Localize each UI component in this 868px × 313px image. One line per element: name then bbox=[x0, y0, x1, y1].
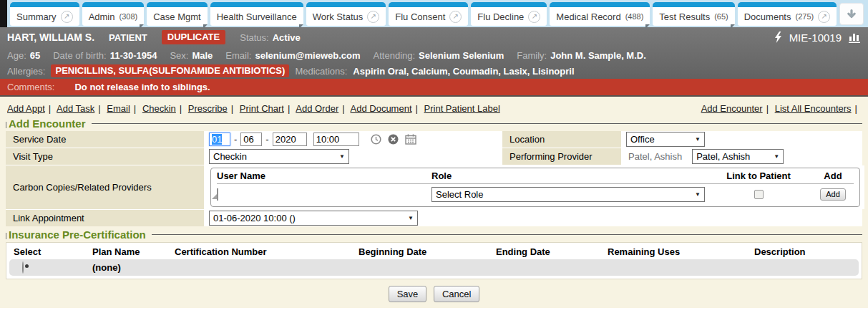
section-title: Insurance Pre-Certification bbox=[9, 228, 146, 241]
tab-label: Case Mgmt bbox=[153, 11, 200, 22]
link-print-chart[interactable]: Print Chart bbox=[240, 103, 284, 114]
medications-value[interactable]: Aspirin Oral, Calcium, Coumadin, Lasix, … bbox=[353, 66, 574, 77]
link-prescribe[interactable]: Prescribe bbox=[188, 103, 228, 114]
col-ending-date: Ending Date bbox=[496, 246, 608, 257]
external-link-icon[interactable]: ↗ bbox=[818, 11, 830, 23]
tab-label: Flu Decline bbox=[477, 11, 524, 22]
link-to-patient-checkbox[interactable] bbox=[754, 190, 764, 199]
tab-health-surveillance[interactable]: Health Surveillance bbox=[210, 2, 303, 26]
link-add-appt[interactable]: Add Appt bbox=[7, 103, 45, 114]
age-value: 65 bbox=[30, 50, 40, 61]
performing-provider-select[interactable]: Patel, Ashish▼ bbox=[692, 149, 784, 164]
location-label: Location bbox=[502, 131, 621, 148]
link-to-patient-header: Link to Patient bbox=[705, 170, 812, 181]
role-header: Role bbox=[431, 170, 705, 181]
tab-label: Test Results bbox=[659, 11, 710, 22]
user-name-input[interactable] bbox=[217, 188, 218, 201]
calendar-icon[interactable] bbox=[405, 134, 416, 145]
collapse-tabs-button[interactable] bbox=[839, 3, 864, 25]
tab-flu-consent[interactable]: Flu Consent ↗ bbox=[389, 2, 468, 26]
precert-none-radio[interactable] bbox=[22, 261, 24, 274]
email-label: Email: bbox=[225, 50, 251, 61]
col-plan-name: Plan Name bbox=[92, 246, 175, 257]
dob-value: 11-30-1954 bbox=[110, 50, 157, 61]
dropdown-arrow-icon: ▼ bbox=[695, 191, 701, 198]
service-date-year-input[interactable]: 2020 bbox=[273, 133, 307, 146]
role-select[interactable]: Select Role▼ bbox=[431, 187, 705, 202]
tab-label: Work Status bbox=[313, 11, 364, 22]
service-date-month-input[interactable]: 01 bbox=[209, 133, 230, 146]
tab-count: (308) bbox=[119, 12, 137, 21]
col-remaining-uses: Remaining Uses bbox=[608, 246, 754, 257]
save-button[interactable]: Save bbox=[389, 286, 427, 302]
allergies-label: Allergies: bbox=[7, 66, 45, 77]
tab-documents[interactable]: Documents (275) ↗ bbox=[738, 2, 837, 26]
service-date-day-input[interactable]: 06 bbox=[240, 133, 262, 146]
tab-count: (275) bbox=[795, 12, 814, 21]
external-link-icon[interactable]: ↗ bbox=[528, 11, 540, 23]
dob-label: Date of birth: bbox=[53, 50, 106, 61]
dropdown-arrow-icon: ▼ bbox=[695, 136, 701, 143]
performing-provider-text: Patel, Ashish bbox=[628, 151, 682, 162]
col-beginning-date: Beginning Date bbox=[359, 246, 496, 257]
dropdown-arrow-icon: ▼ bbox=[339, 153, 345, 160]
location-select[interactable]: Office▼ bbox=[626, 132, 705, 147]
tab-flu-decline[interactable]: Flu Decline ↗ bbox=[471, 2, 547, 26]
date-separator: - bbox=[234, 134, 237, 145]
date-separator: - bbox=[265, 134, 268, 145]
user-name-header: User Name bbox=[217, 170, 431, 181]
link-add-order[interactable]: Add Order bbox=[296, 103, 338, 114]
lightning-icon[interactable] bbox=[774, 32, 782, 43]
section-title: Add Encounter bbox=[9, 117, 86, 130]
plan-name-value: (none) bbox=[92, 262, 175, 273]
carbon-copies-box: User Name Role Link to Patient Add Selec… bbox=[210, 168, 860, 207]
external-link-icon[interactable]: ↗ bbox=[61, 11, 73, 23]
visit-type-select[interactable]: Checkin▼ bbox=[209, 149, 349, 164]
tab-count: (488) bbox=[625, 12, 644, 21]
link-add-document[interactable]: Add Document bbox=[351, 103, 412, 114]
external-link-icon[interactable]: ↗ bbox=[367, 11, 379, 23]
tab-admin[interactable]: Admin (308) bbox=[82, 2, 145, 26]
external-link-icon[interactable]: ↗ bbox=[449, 11, 462, 23]
visit-type-label: Visit Type bbox=[6, 148, 204, 165]
attending-label: Attending: bbox=[374, 50, 416, 61]
link-add-encounter[interactable]: Add Encounter bbox=[701, 103, 763, 114]
link-add-task[interactable]: Add Task bbox=[57, 103, 94, 114]
comments-bar: Comments: Do not release info to sibling… bbox=[0, 79, 868, 97]
clear-date-icon[interactable] bbox=[388, 134, 399, 145]
link-email[interactable]: Email bbox=[107, 103, 130, 114]
dropdown-arrow-icon: ▼ bbox=[774, 153, 779, 160]
link-print-patient-label[interactable]: Print Patient Label bbox=[424, 103, 500, 114]
form-actions: Save Cancel bbox=[0, 286, 868, 302]
tab-label: Summary bbox=[16, 11, 57, 22]
family-value: John M. Sample, M.D. bbox=[550, 50, 646, 61]
table-row: (none) bbox=[9, 259, 859, 276]
allergies-value[interactable]: PENICILLINS, SULFA(SULFONAMIDE ANTIBIOTI… bbox=[51, 64, 289, 77]
tab-work-status[interactable]: Work Status ↗ bbox=[306, 2, 386, 26]
link-checkin[interactable]: Checkin bbox=[142, 103, 176, 114]
add-header: Add bbox=[812, 170, 854, 181]
tab-label: Medical Record bbox=[556, 11, 620, 22]
clock-icon[interactable] bbox=[371, 134, 381, 145]
tab-test-results[interactable]: Test Results (65) bbox=[653, 2, 734, 26]
link-list-all-encounters[interactable]: List All Encounters bbox=[775, 103, 852, 114]
add-carbon-copy-button[interactable]: Add bbox=[820, 188, 846, 201]
tab-medical-record[interactable]: Medical Record (488) bbox=[550, 2, 650, 26]
left-edge-strip bbox=[0, 0, 7, 27]
status-value: Active bbox=[273, 32, 301, 43]
tab-summary[interactable]: Summary ↗ bbox=[10, 2, 79, 26]
sex-label: Sex: bbox=[170, 50, 188, 61]
link-appointment-select[interactable]: 01-06-2020 10:00 ()▼ bbox=[209, 211, 418, 226]
webchart-patient-page: Summary ↗ Admin (308) Case Mgmt Health S… bbox=[0, 0, 868, 313]
tab-case-mgmt[interactable]: Case Mgmt bbox=[147, 2, 207, 26]
tab-count: (65) bbox=[714, 12, 728, 21]
cancel-button[interactable]: Cancel bbox=[434, 286, 479, 302]
status-label: Status: bbox=[240, 32, 268, 43]
down-arrow-icon bbox=[846, 9, 857, 20]
service-date-label: Service Date bbox=[6, 131, 204, 148]
flowsheet-chart-icon[interactable] bbox=[849, 32, 861, 43]
col-select: Select bbox=[14, 246, 92, 257]
patient-header: HART, WILLIAM S. PATIENT DUPLICATE Statu… bbox=[0, 27, 868, 79]
left-links: Add Appt| Add Task| Email| Checkin| Pres… bbox=[7, 103, 500, 114]
service-time-input[interactable]: 10:00 bbox=[313, 133, 359, 146]
